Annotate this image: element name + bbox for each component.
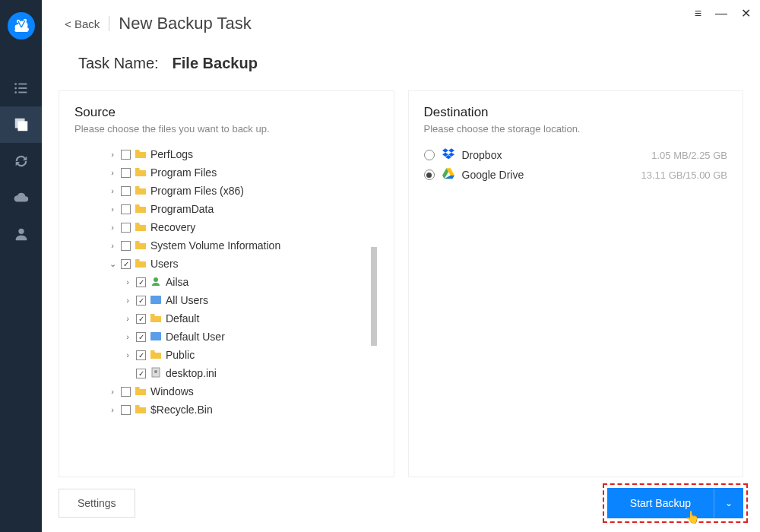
checkbox[interactable] — [136, 332, 146, 342]
back-button[interactable]: < Back — [65, 17, 100, 30]
checkbox[interactable] — [121, 241, 131, 251]
sidebar — [0, 0, 42, 532]
svg-point-14 — [18, 229, 24, 234]
tree-row[interactable]: ›ProgramData — [74, 200, 378, 218]
nav-backup-icon[interactable] — [0, 106, 42, 143]
tree-label: All Users — [166, 294, 208, 306]
tree-row[interactable]: ›System Volume Information — [74, 236, 378, 255]
caret-icon[interactable]: › — [123, 332, 132, 341]
checkbox[interactable] — [136, 369, 146, 378]
caret-icon[interactable]: ⌄ — [108, 259, 117, 269]
caret-icon[interactable]: › — [123, 314, 132, 323]
tree-row[interactable]: desktop.ini — [74, 364, 378, 382]
checkbox[interactable] — [121, 150, 131, 160]
checkbox[interactable] — [121, 405, 131, 415]
tree-label: Public — [166, 349, 195, 361]
folder-icon — [135, 385, 147, 398]
destination-panel: Destination Please choose the storage lo… — [408, 90, 744, 477]
destination-option[interactable]: Google Drive13.11 GB/15.00 GB — [424, 165, 728, 185]
destination-title: Destination — [424, 105, 728, 120]
caret-icon[interactable]: › — [108, 186, 117, 195]
tree-label: Default — [166, 312, 199, 325]
tree-label: Program Files (x86) — [150, 185, 244, 197]
destination-subtitle: Please choose the storage location. — [424, 123, 728, 135]
source-subtitle: Please choose the files you want to back… — [74, 123, 378, 135]
file-icon — [150, 367, 162, 380]
caret-icon[interactable]: › — [108, 405, 117, 414]
checkbox[interactable] — [136, 350, 146, 360]
tree-row[interactable]: ›Windows — [74, 382, 378, 401]
tree-row[interactable]: ›Default — [74, 309, 378, 328]
caret-icon[interactable]: › — [108, 204, 117, 214]
radio[interactable] — [424, 169, 435, 180]
tree-row[interactable]: ›Default User — [74, 328, 378, 346]
radio[interactable] — [424, 150, 435, 160]
caret-icon[interactable]: › — [108, 168, 117, 177]
svg-rect-7 — [18, 84, 27, 85]
caret-icon[interactable]: › — [123, 296, 132, 305]
checkbox[interactable] — [136, 296, 146, 306]
caret-icon[interactable]: › — [108, 150, 117, 159]
svg-point-21 — [154, 370, 157, 373]
nav-sync-icon[interactable] — [0, 143, 42, 179]
tree-row[interactable]: ›Public — [74, 346, 378, 364]
dropbox-icon — [442, 147, 454, 163]
source-panel: Source Please choose the files you want … — [59, 90, 394, 477]
tree-label: Default User — [166, 331, 225, 343]
svg-point-6 — [14, 83, 17, 85]
folder-icon — [135, 258, 147, 271]
svg-rect-11 — [18, 92, 27, 93]
destination-option[interactable]: Dropbox1.05 MB/2.25 GB — [424, 145, 728, 165]
task-name-label: Task Name: — [78, 55, 159, 72]
destination-label: Dropbox — [462, 149, 644, 161]
checkbox[interactable] — [121, 387, 131, 397]
caret-icon[interactable]: › — [123, 277, 132, 287]
tree-row[interactable]: ›Ailsa — [74, 273, 378, 291]
user-icon — [150, 276, 162, 289]
settings-button[interactable]: Settings — [59, 489, 135, 518]
tree-row[interactable]: ›PerfLogs — [74, 145, 378, 163]
caret-icon[interactable]: › — [108, 241, 117, 250]
svg-point-15 — [154, 277, 158, 282]
tree-label: ProgramData — [150, 203, 214, 215]
tree-label: Program Files — [150, 166, 217, 179]
scrollbar[interactable] — [371, 247, 377, 346]
divider — [109, 16, 109, 31]
tree-row[interactable]: ›$Recycle.Bin — [74, 401, 378, 419]
caret-icon[interactable]: › — [123, 350, 132, 359]
nav-user-icon[interactable] — [0, 216, 42, 252]
caret-icon[interactable]: › — [108, 387, 117, 396]
checkbox[interactable] — [136, 314, 146, 324]
tree-row[interactable]: ›Program Files (x86) — [74, 182, 378, 200]
start-backup-dropdown-icon[interactable]: ⌄ — [714, 489, 743, 518]
svg-rect-16 — [150, 296, 161, 304]
tree-label: Ailsa — [166, 276, 188, 288]
checkbox[interactable] — [136, 277, 146, 287]
checkbox[interactable] — [121, 223, 131, 233]
folder-icon — [150, 312, 162, 325]
folder-icon — [135, 185, 147, 198]
nav-list-icon[interactable] — [0, 70, 42, 106]
checkbox[interactable] — [121, 204, 131, 214]
svg-rect-17 — [152, 297, 155, 299]
tree-label: Windows — [150, 385, 194, 397]
tree-label: desktop.ini — [166, 367, 217, 379]
checkbox[interactable] — [121, 168, 131, 178]
folder-icon — [135, 148, 147, 161]
tree-row[interactable]: ›All Users — [74, 291, 378, 309]
tree-row[interactable]: ⌄Users — [74, 255, 378, 273]
tree-label: Recovery — [150, 221, 195, 233]
nav-cloud-icon[interactable] — [0, 179, 42, 216]
start-backup-button[interactable]: Start Backup ⌄ — [607, 488, 743, 518]
tree-label: PerfLogs — [150, 148, 193, 160]
caret-icon[interactable]: › — [108, 223, 117, 232]
app-logo-icon — [8, 12, 35, 40]
svg-rect-9 — [18, 87, 27, 89]
checkbox[interactable] — [121, 186, 131, 196]
task-name-value[interactable]: File Backup — [173, 55, 258, 72]
tree-label: System Volume Information — [150, 239, 280, 252]
folder-icon — [150, 349, 162, 362]
tree-row[interactable]: ›Program Files — [74, 163, 378, 182]
checkbox[interactable] — [121, 259, 131, 269]
tree-row[interactable]: ›Recovery — [74, 218, 378, 236]
